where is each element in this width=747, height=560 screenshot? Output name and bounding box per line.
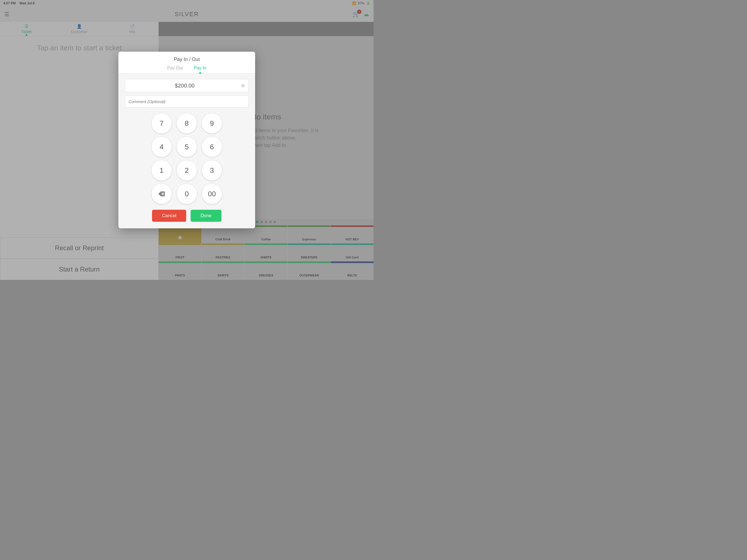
modal-overlay: Pay In / Out Pay Out Pay In ⊗ 7 <box>0 0 374 280</box>
svg-marker-0 <box>158 192 165 196</box>
pay-in-out-modal: Pay In / Out Pay Out Pay In ⊗ 7 <box>119 52 255 228</box>
modal-title: Pay In / Out <box>119 57 255 62</box>
done-button[interactable]: Done <box>190 210 222 222</box>
modal-tab-pay-in[interactable]: Pay In <box>194 66 206 73</box>
numpad-4[interactable]: 4 <box>151 136 172 157</box>
modal-actions: Cancel Done <box>125 210 249 223</box>
numpad-row-2: 4 5 6 <box>151 136 222 157</box>
numpad-0[interactable]: 0 <box>176 183 197 204</box>
numpad-backspace[interactable] <box>151 183 172 204</box>
comment-input[interactable] <box>129 99 245 104</box>
numpad-9[interactable]: 9 <box>202 113 222 134</box>
amount-input[interactable] <box>129 82 241 89</box>
numpad-2[interactable]: 2 <box>176 160 197 181</box>
numpad: 7 8 9 4 5 6 1 2 3 <box>125 113 249 204</box>
numpad-5[interactable]: 5 <box>176 136 197 157</box>
modal-tabs: Pay Out Pay In <box>119 62 255 74</box>
comment-row <box>125 96 249 107</box>
modal-tab-pay-out[interactable]: Pay Out <box>167 66 183 73</box>
numpad-row-1: 7 8 9 <box>151 113 222 134</box>
modal-body: ⊗ 7 8 9 4 5 6 1 2 3 <box>119 74 255 228</box>
numpad-8[interactable]: 8 <box>176 113 197 134</box>
numpad-1[interactable]: 1 <box>151 160 172 181</box>
numpad-3[interactable]: 3 <box>202 160 222 181</box>
cancel-button[interactable]: Cancel <box>152 210 186 222</box>
amount-row: ⊗ <box>125 79 249 92</box>
numpad-7[interactable]: 7 <box>151 113 172 134</box>
numpad-00[interactable]: 00 <box>202 183 222 204</box>
clear-amount-button[interactable]: ⊗ <box>241 82 245 88</box>
numpad-row-4: 0 00 <box>151 183 222 204</box>
numpad-row-3: 1 2 3 <box>151 160 222 181</box>
numpad-6[interactable]: 6 <box>202 136 222 157</box>
modal-header: Pay In / Out Pay Out Pay In <box>119 52 255 74</box>
